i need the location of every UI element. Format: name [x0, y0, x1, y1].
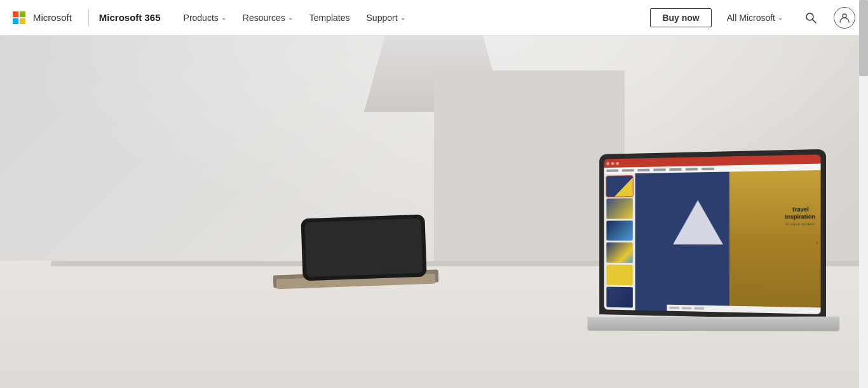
- svg-point-0: [806, 13, 813, 20]
- status-bar-item-2: [682, 307, 692, 309]
- microsoft-wordmark: Microsoft: [33, 12, 72, 23]
- menu-item-7: [702, 168, 714, 170]
- toolbar-dot-3: [616, 161, 619, 164]
- svg-point-2: [843, 14, 846, 18]
- svg-line-1: [813, 20, 816, 23]
- buy-now-button[interactable]: Buy now: [650, 8, 711, 27]
- status-bar-item-1: [669, 307, 679, 309]
- phone: [301, 215, 426, 281]
- nav-right: Buy now All Microsoft ⌄: [650, 0, 855, 36]
- menu-item-2: [622, 169, 634, 171]
- slide-thumb-5[interactable]: [606, 265, 632, 285]
- menu-item-1: [606, 170, 618, 172]
- slide-thumb-6[interactable]: [606, 287, 632, 308]
- logo-cell-green: [20, 11, 25, 17]
- slide-subtitle: BY DAVID INCIARO: [785, 222, 815, 225]
- phone-screen: [305, 218, 423, 277]
- account-button[interactable]: [834, 7, 855, 29]
- ppt-slide-panel: [604, 173, 635, 311]
- menu-item-4: [653, 168, 665, 171]
- laptop-screen-bezel: Travel Inspiration BY DAVID INCIARO ›: [599, 149, 826, 319]
- toolbar-dot-2: [611, 162, 614, 165]
- toolbar-dot-1: [606, 162, 609, 165]
- menu-item-3: [637, 169, 649, 171]
- all-microsoft-button[interactable]: All Microsoft ⌄: [722, 0, 788, 36]
- nav-links: Products ⌄ Resources ⌄ Templates Support…: [176, 0, 651, 36]
- account-icon: [839, 12, 850, 23]
- logo-cell-blue: [13, 18, 18, 24]
- microsoft-logo-icon: [13, 11, 25, 24]
- product-brand: Microsoft 365: [99, 12, 161, 23]
- nav-templates[interactable]: Templates: [302, 0, 358, 36]
- nav-products[interactable]: Products ⌄: [176, 0, 234, 36]
- search-icon: [805, 12, 817, 23]
- slide-thumb-1[interactable]: [606, 176, 632, 197]
- slide-title-line2: Inspiration: [785, 213, 815, 220]
- slide-triangle-shape: [673, 200, 723, 244]
- ppt-body: Travel Inspiration BY DAVID INCIARO ›: [604, 170, 821, 314]
- search-button[interactable]: [798, 5, 824, 30]
- support-chevron-icon: ⌄: [400, 14, 405, 21]
- laptop-base: [588, 317, 840, 331]
- slide-thumb-4[interactable]: [606, 243, 632, 263]
- slide-next-arrow-icon[interactable]: ›: [816, 239, 818, 246]
- status-bar-item-3: [694, 307, 704, 310]
- slide-thumb-3[interactable]: [606, 220, 632, 241]
- products-chevron-icon: ⌄: [221, 14, 226, 21]
- ppt-main-slide: Travel Inspiration BY DAVID INCIARO ›: [635, 170, 821, 314]
- laptop: Travel Inspiration BY DAVID INCIARO ›: [595, 152, 836, 331]
- hero-section: Travel Inspiration BY DAVID INCIARO ›: [0, 36, 868, 388]
- slide-text-block: Travel Inspiration BY DAVID INCIARO: [785, 206, 815, 226]
- navbar: Microsoft Microsoft 365 Products ⌄ Resou…: [0, 0, 868, 36]
- nav-divider: [88, 9, 89, 27]
- all-microsoft-chevron-icon: ⌄: [778, 14, 783, 21]
- scrollbar[interactable]: [859, 0, 868, 388]
- menu-item-5: [669, 168, 681, 171]
- logo-group: Microsoft: [13, 11, 72, 24]
- resources-chevron-icon: ⌄: [288, 14, 293, 21]
- nav-support[interactable]: Support ⌄: [359, 0, 413, 36]
- slide-thumb-2[interactable]: [606, 198, 632, 218]
- nav-resources[interactable]: Resources ⌄: [235, 0, 301, 36]
- scrollbar-thumb[interactable]: [859, 0, 868, 76]
- slide-building-image: [729, 170, 821, 314]
- logo-cell-yellow: [20, 18, 25, 24]
- laptop-screen: Travel Inspiration BY DAVID INCIARO ›: [604, 154, 821, 314]
- slide-title-line1: Travel: [785, 206, 815, 213]
- menu-item-6: [686, 168, 698, 170]
- logo-cell-red: [13, 11, 18, 17]
